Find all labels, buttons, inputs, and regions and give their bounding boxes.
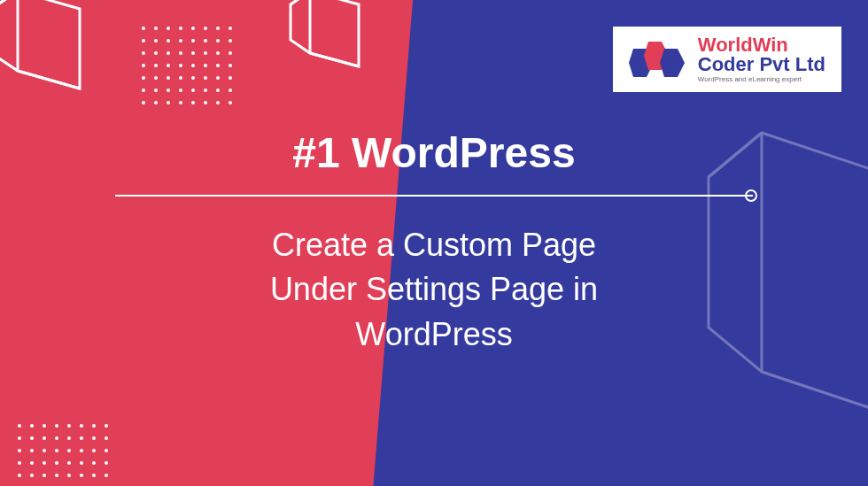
subheading-line3: WordPress — [0, 312, 868, 357]
dots-decoration-icon — [142, 27, 232, 104]
logo-tagline: WordPress and eLearning expert — [698, 76, 825, 83]
logo-text: WorldWin Coder Pvt Ltd WordPress and eLe… — [698, 35, 825, 83]
main-content: #1 WordPress Create a Custom Page Under … — [0, 128, 868, 357]
subheading-line1: Create a Custom Page — [0, 223, 868, 267]
divider-line — [115, 195, 753, 197]
logo-mark-icon — [629, 42, 691, 77]
main-heading: #1 WordPress — [0, 128, 868, 177]
company-logo: WorldWin Coder Pvt Ltd WordPress and eLe… — [613, 27, 841, 92]
subheading: Create a Custom Page Under Settings Page… — [0, 223, 868, 357]
dots-decoration-icon — [18, 424, 108, 477]
logo-line2: Coder Pvt Ltd — [698, 55, 825, 74]
logo-line1: WorldWin — [698, 35, 825, 55]
hexagon-decoration-icon — [283, 0, 372, 105]
subheading-line2: Under Settings Page in — [0, 267, 868, 312]
banner: WorldWin Coder Pvt Ltd WordPress and eLe… — [0, 0, 868, 486]
hexagon-decoration-icon — [0, 0, 106, 136]
